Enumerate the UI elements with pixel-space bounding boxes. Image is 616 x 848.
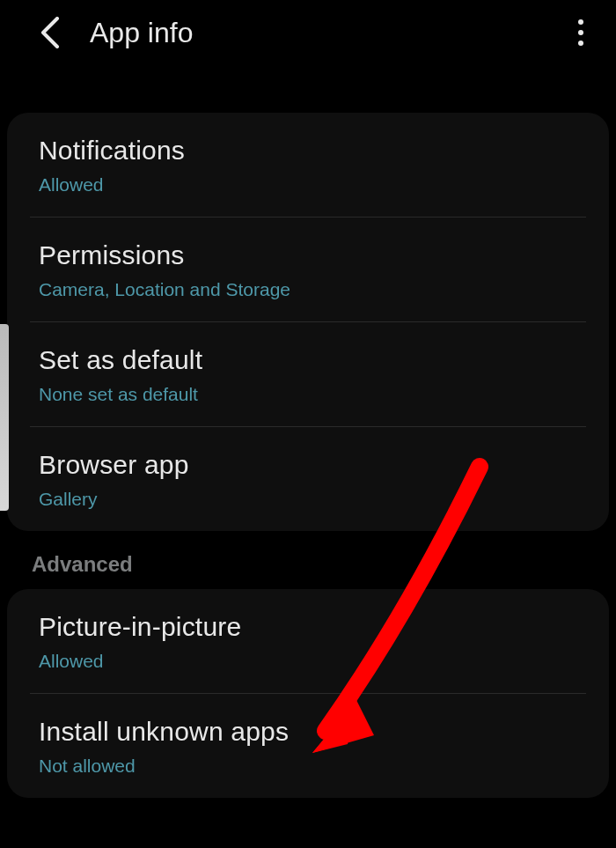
more-options-button[interactable] bbox=[563, 18, 598, 47]
permissions-title: Permissions bbox=[39, 240, 577, 270]
svg-point-1 bbox=[578, 30, 583, 35]
set-as-default-title: Set as default bbox=[39, 345, 577, 375]
browser-app-title: Browser app bbox=[39, 450, 577, 480]
set-as-default-status: None set as default bbox=[39, 384, 577, 405]
install-unknown-apps-title: Install unknown apps bbox=[39, 717, 577, 747]
screenshot-edge-bar bbox=[0, 324, 9, 511]
browser-app-item[interactable]: Browser app Gallery bbox=[7, 427, 609, 531]
settings-card-main: Notifications Allowed Permissions Camera… bbox=[7, 113, 609, 531]
app-info-screen: App info Notifications Allowed Permissio… bbox=[0, 0, 616, 848]
svg-point-2 bbox=[578, 41, 583, 46]
advanced-section-label: Advanced bbox=[0, 531, 616, 589]
install-unknown-apps-item[interactable]: Install unknown apps Not allowed bbox=[7, 694, 609, 798]
notifications-status: Allowed bbox=[39, 174, 577, 195]
svg-point-0 bbox=[578, 19, 583, 25]
set-as-default-item[interactable]: Set as default None set as default bbox=[7, 322, 609, 426]
app-bar: App info bbox=[0, 0, 616, 65]
permissions-item[interactable]: Permissions Camera, Location and Storage bbox=[7, 218, 609, 321]
browser-app-status: Gallery bbox=[39, 489, 577, 510]
permissions-status: Camera, Location and Storage bbox=[39, 279, 577, 300]
back-chevron-icon bbox=[40, 17, 61, 48]
picture-in-picture-status: Allowed bbox=[39, 651, 577, 672]
settings-card-advanced: Picture-in-picture Allowed Install unkno… bbox=[7, 589, 609, 798]
notifications-title: Notifications bbox=[39, 136, 577, 166]
picture-in-picture-item[interactable]: Picture-in-picture Allowed bbox=[7, 589, 609, 693]
page-title: App info bbox=[90, 17, 563, 49]
back-button[interactable] bbox=[35, 17, 65, 48]
picture-in-picture-title: Picture-in-picture bbox=[39, 612, 577, 642]
notifications-item[interactable]: Notifications Allowed bbox=[7, 113, 609, 217]
more-vertical-icon bbox=[576, 18, 585, 47]
install-unknown-apps-status: Not allowed bbox=[39, 756, 577, 777]
